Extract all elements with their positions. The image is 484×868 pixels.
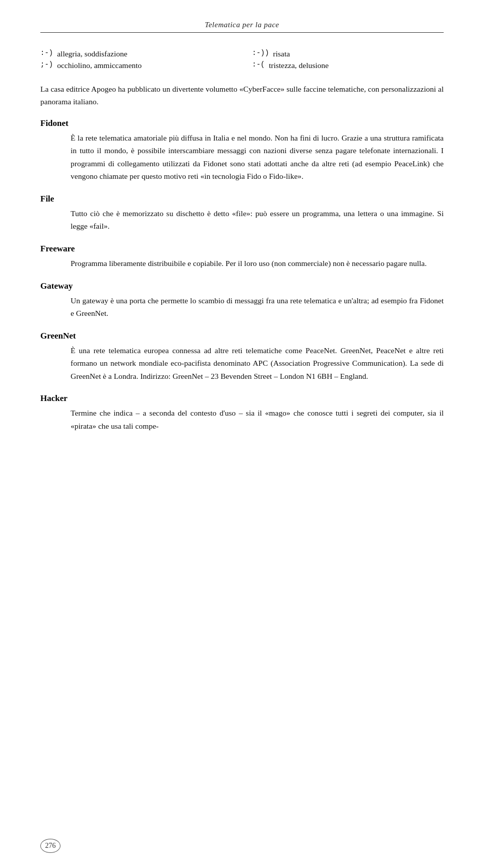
section-file: FileTutto ciò che è memorizzato su disch…: [40, 194, 444, 233]
section-title-fidonet: Fidonet: [40, 118, 444, 128]
intro-table: :-) allegria, soddisfazione :-)) risata …: [40, 48, 444, 72]
page-footer: 276: [40, 839, 444, 853]
section-body-greennet: È una rete telematica europea connessa a…: [71, 344, 444, 383]
intro-code-2: :-)): [252, 48, 269, 59]
intro-code-3: ;-): [40, 59, 53, 71]
page-number: 276: [40, 839, 60, 853]
section-body-fidonet: È la rete telematica amatoriale più diff…: [71, 131, 444, 183]
sections-container: FidonetÈ la rete telematica amatoriale p…: [40, 118, 444, 433]
section-hacker: HackerTermine che indica – a seconda del…: [40, 393, 444, 432]
page-header: Telematica per la pace: [40, 20, 444, 33]
intro-desc-2: risata: [273, 48, 290, 59]
section-title-gateway: Gateway: [40, 281, 444, 291]
intro-item-3: ;-) occhiolino, ammiccamento: [40, 59, 232, 71]
intro-desc-3: occhiolino, ammiccamento: [57, 59, 142, 71]
section-freeware: FreewareProgramma liberamente distribuib…: [40, 244, 444, 270]
section-body-freeware: Programma liberamente distribuibile e co…: [71, 257, 444, 270]
section-greennet: GreenNetÈ una rete telematica europea co…: [40, 331, 444, 383]
intro-desc-1: allegria, soddisfazione: [57, 48, 127, 59]
section-gateway: GatewayUn gateway è una porta che permet…: [40, 281, 444, 320]
intro-code-4: :-(: [252, 59, 265, 71]
intro-code-1: :-): [40, 48, 53, 59]
intro-item-2: :-)) risata: [252, 48, 444, 59]
section-title-greennet: GreenNet: [40, 331, 444, 341]
section-fidonet: FidonetÈ la rete telematica amatoriale p…: [40, 118, 444, 183]
section-body-gateway: Un gateway è una porta che permette lo s…: [71, 294, 444, 320]
intro-item-1: :-) allegria, soddisfazione: [40, 48, 232, 59]
page: Telematica per la pace :-) allegria, sod…: [0, 0, 484, 868]
section-title-file: File: [40, 194, 444, 204]
intro-item-4: :-( tristezza, delusione: [252, 59, 444, 71]
section-title-freeware: Freeware: [40, 244, 444, 254]
section-title-hacker: Hacker: [40, 393, 444, 404]
section-body-hacker: Termine che indica – a seconda del conte…: [71, 407, 444, 432]
intro-desc-4: tristezza, delusione: [269, 59, 329, 71]
intro-paragraph: La casa editrice Apogeo ha pubblicato un…: [40, 83, 444, 108]
section-body-file: Tutto ciò che è memorizzato su dischetto…: [71, 207, 444, 233]
page-header-title: Telematica per la pace: [205, 21, 279, 29]
